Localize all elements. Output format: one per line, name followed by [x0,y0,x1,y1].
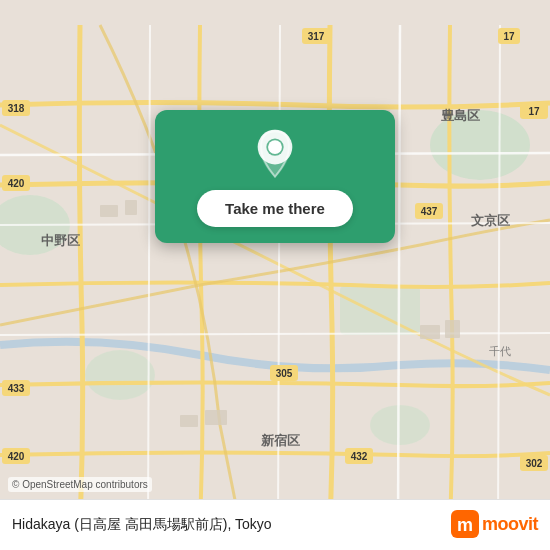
map-background: 317 17 318 420 433 420 17 302 305 432 43… [0,0,550,550]
moovit-text: moovit [482,514,538,535]
svg-text:317: 317 [308,31,325,42]
svg-text:420: 420 [8,451,25,462]
svg-text:305: 305 [276,368,293,379]
moovit-logo: m moovit [451,510,538,538]
svg-point-6 [370,405,430,445]
svg-rect-38 [420,325,440,339]
svg-rect-39 [445,320,460,338]
svg-rect-41 [205,410,227,425]
svg-text:432: 432 [351,451,368,462]
svg-rect-36 [100,205,118,217]
svg-point-5 [85,350,155,400]
moovit-icon: m [451,510,479,538]
place-name: Hidakaya (日高屋 高田馬場駅前店), Tokyo [12,516,272,532]
location-pin-icon [249,128,301,180]
svg-text:豊島区: 豊島区 [441,108,480,123]
svg-text:420: 420 [8,178,25,189]
svg-text:17: 17 [503,31,515,42]
svg-text:17: 17 [528,106,540,117]
svg-rect-40 [180,415,198,427]
map-container: 317 17 318 420 433 420 17 302 305 432 43… [0,0,550,550]
take-me-there-button[interactable]: Take me there [197,190,353,227]
svg-text:文京区: 文京区 [471,213,510,228]
svg-text:437: 437 [421,206,438,217]
place-info: Hidakaya (日高屋 高田馬場駅前店), Tokyo [12,515,451,534]
svg-text:新宿区: 新宿区 [261,433,300,448]
map-copyright: © OpenStreetMap contributors [8,477,152,492]
svg-text:千代: 千代 [489,345,511,357]
svg-text:433: 433 [8,383,25,394]
svg-text:中野区: 中野区 [41,233,80,248]
svg-rect-37 [125,200,137,215]
bottom-bar: Hidakaya (日高屋 高田馬場駅前店), Tokyo m moovit [0,499,550,550]
svg-point-46 [268,140,282,154]
svg-text:302: 302 [526,458,543,469]
action-card: Take me there [155,110,395,243]
svg-text:318: 318 [8,103,25,114]
svg-text:m: m [457,515,473,535]
